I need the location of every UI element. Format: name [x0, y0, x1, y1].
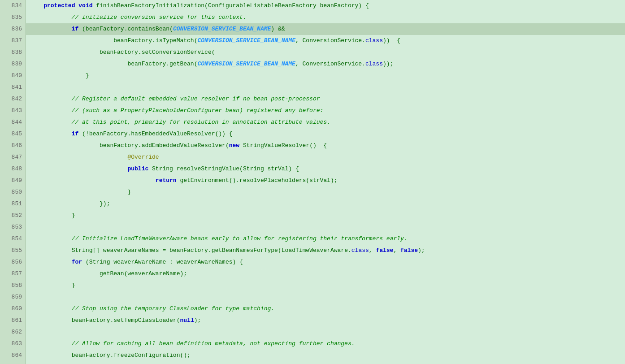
line-number: 844	[0, 117, 26, 128]
token: isTypeMatch	[156, 37, 194, 44]
token: StringValueResolver() {	[243, 142, 327, 149]
line-number: 838	[0, 47, 26, 58]
line-content: // Stop using the temporary ClassLoader …	[26, 303, 625, 315]
token: false	[376, 247, 393, 254]
token: }	[30, 212, 75, 219]
line-content: // Register a default embedded value res…	[26, 93, 625, 105]
line-content	[26, 82, 625, 93]
token	[30, 177, 156, 184]
token: // at this point, primarily for resoluti…	[30, 119, 330, 126]
token	[30, 247, 72, 254]
token: resolveStringValue(String strVal) {	[177, 165, 299, 172]
token: class	[365, 61, 383, 67]
token: new	[229, 142, 243, 149]
line-number: 860	[0, 303, 26, 315]
line-content: // at this point, primarily for resoluti…	[26, 117, 625, 128]
line-number: 864	[0, 350, 26, 361]
line-number: 856	[0, 256, 26, 268]
token: hasEmbeddedValueResolver()) {	[131, 130, 232, 137]
token: // (such as a PropertyPlaceholderConfigu…	[30, 107, 323, 114]
code-line: 846 beanFactory.addEmbeddedValueResolver…	[0, 140, 625, 152]
token: setConversionService(	[142, 49, 215, 56]
code-line: 839 beanFactory.getBean(CONVERSION_SERVI…	[0, 58, 625, 70]
token: beanFactory.	[100, 142, 142, 149]
line-content: beanFactory.setTempClassLoader(null);	[26, 315, 625, 326]
token: (ConfigurableListableBeanFactory beanFac…	[204, 2, 369, 9]
token	[30, 26, 72, 32]
token: protected	[43, 2, 78, 9]
line-number: 846	[0, 140, 26, 152]
token: getBean	[169, 61, 194, 67]
line-number: 852	[0, 210, 26, 221]
token: if	[72, 130, 82, 137]
line-content: });	[26, 198, 625, 210]
token: null	[180, 317, 194, 324]
code-line: 841	[0, 82, 625, 93]
line-content: // Initialize LoadTimeWeaverAware beans …	[26, 233, 625, 245]
token: CONVERSION_SERVICE_BEAN_NAME	[197, 61, 295, 67]
token: (String weaverAwareName : weaverAwareNam…	[86, 259, 243, 265]
line-number: 835	[0, 12, 26, 23]
line-content: }	[26, 70, 625, 82]
token	[30, 2, 43, 9]
token: }	[30, 72, 89, 79]
code-line: 863 // Allow for caching all bean defini…	[0, 338, 625, 350]
code-line: 860 // Stop using the temporary ClassLoa…	[0, 303, 625, 315]
code-line: 853	[0, 221, 625, 233]
line-number: 853	[0, 221, 26, 233]
token	[30, 130, 72, 137]
line-number: 843	[0, 105, 26, 117]
token: beanFactory.	[127, 61, 169, 67]
token: beanFactory.	[72, 352, 114, 359]
code-line: 842 // Register a default embedded value…	[0, 93, 625, 105]
token: class	[352, 247, 369, 254]
token: );	[418, 247, 425, 254]
line-content: beanFactory.isTypeMatch(CONVERSION_SERVI…	[26, 35, 625, 47]
line-content: }	[26, 186, 625, 198]
token: @Override	[127, 154, 159, 160]
line-content: beanFactory.freezeConfiguration();	[26, 350, 625, 361]
token: , ConversionService.	[295, 61, 365, 67]
code-line: 844 // at this point, primarily for reso…	[0, 117, 625, 128]
token	[30, 37, 113, 44]
code-line: 847 @Override	[0, 152, 625, 163]
code-line: 859	[0, 291, 625, 303]
token: getBeanNamesForType	[212, 247, 278, 254]
code-line: 838 beanFactory.setConversionService(	[0, 47, 625, 58]
token: }	[30, 282, 75, 289]
line-number: 848	[0, 163, 26, 175]
code-line: 848 public String resolveStringValue(Str…	[0, 163, 625, 175]
line-number: 849	[0, 175, 26, 186]
token: (!beanFactory.	[82, 130, 131, 137]
token: ));	[383, 61, 393, 67]
line-number: 840	[0, 70, 26, 82]
token: beanFactory.	[113, 37, 156, 44]
code-line: 840 }	[0, 70, 625, 82]
token: CONVERSION_SERVICE_BEAN_NAME	[173, 26, 271, 32]
token: public	[127, 165, 152, 172]
code-line: 852 }	[0, 210, 625, 221]
token: // Register a default embedded value res…	[30, 95, 320, 102]
token: (beanFactory.	[82, 26, 127, 32]
line-content: getBean(weaverAwareName);	[26, 268, 625, 280]
token: beanFactory.	[100, 49, 142, 56]
line-number: 858	[0, 280, 26, 291]
line-content: beanFactory.getBean(CONVERSION_SERVICE_B…	[26, 58, 625, 70]
line-content: @Override	[26, 152, 625, 163]
line-content: // Initialize conversion service for thi…	[26, 12, 625, 23]
token: ,	[393, 247, 400, 254]
line-number: 841	[0, 82, 26, 93]
line-content: // (such as a PropertyPlaceholderConfigu…	[26, 105, 625, 117]
token: ) &&	[271, 26, 285, 32]
code-line: 836 if (beanFactory.containsBean(CONVERS…	[0, 23, 625, 35]
line-content: beanFactory.setConversionService(	[26, 47, 625, 58]
token	[30, 270, 100, 277]
line-number: 865	[0, 361, 26, 364]
code-line: 857 getBean(weaverAwareName);	[0, 268, 625, 280]
token: (	[169, 26, 173, 32]
line-number: 839	[0, 58, 26, 70]
token: getBean(weaverAwareName);	[100, 270, 187, 277]
token: class	[365, 37, 383, 44]
line-number: 850	[0, 186, 26, 198]
token: setTempClassLoader(	[113, 317, 180, 324]
